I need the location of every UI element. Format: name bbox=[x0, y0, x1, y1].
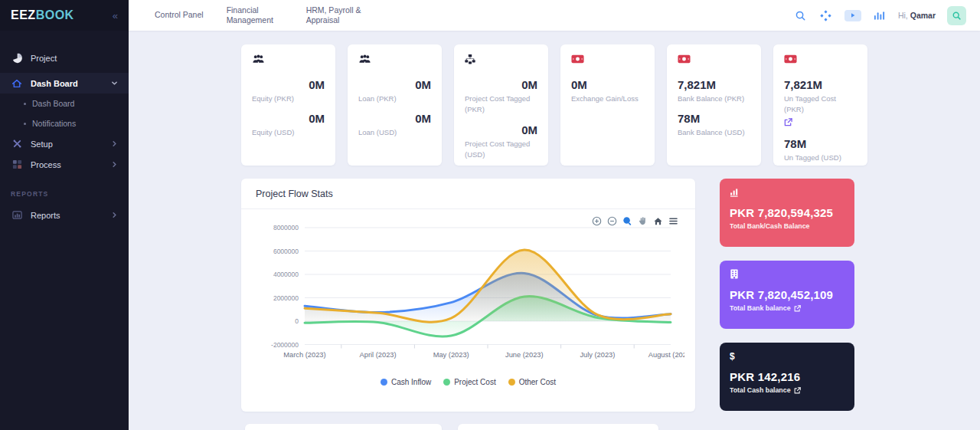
app-window: EEZBOOK « Project Dash Board bbox=[0, 0, 980, 430]
chevron-down-icon bbox=[111, 80, 118, 87]
summary-value: PKR 142,216 bbox=[730, 370, 844, 383]
selection-zoom-icon[interactable] bbox=[622, 216, 632, 226]
svg-text:July (2023): July (2023) bbox=[580, 351, 615, 359]
top-bar: Control Panel Financial Management HRM, … bbox=[129, 0, 980, 31]
metric-value: 78M bbox=[784, 137, 857, 150]
svg-text:-2000000: -2000000 bbox=[271, 341, 299, 349]
money-bill-icon bbox=[571, 54, 644, 66]
top-bar-actions: Hi,Qamar bbox=[794, 6, 966, 25]
metric-label: Loan (USD) bbox=[358, 127, 431, 138]
money-bill-icon bbox=[678, 54, 750, 66]
grid-squares-icon bbox=[11, 159, 23, 170]
metric: 0M Loan (PKR) bbox=[358, 78, 431, 104]
svg-text:0: 0 bbox=[295, 317, 299, 325]
external-link-icon[interactable] bbox=[794, 305, 801, 312]
legend-label: Other Cost bbox=[519, 378, 556, 386]
zoom-in-icon[interactable] bbox=[592, 216, 602, 226]
chart-legend: Cash InflowProject CostOther Cost bbox=[251, 378, 685, 386]
home-reset-icon[interactable] bbox=[653, 216, 663, 226]
apps-diamond-icon[interactable] bbox=[819, 8, 833, 22]
pan-hand-icon[interactable] bbox=[638, 216, 648, 226]
chart-body: 80000006000000400000020000000-2000000Mar… bbox=[241, 209, 695, 386]
svg-text:8000000: 8000000 bbox=[273, 224, 299, 231]
sidebar-item-process[interactable]: Process bbox=[0, 154, 129, 175]
sidebar-item-setup[interactable]: Setup bbox=[0, 133, 129, 154]
metric-label: Equity (USD) bbox=[252, 127, 325, 138]
metric: 0M Equity (PKR) bbox=[252, 78, 325, 104]
sidebar-item-reports[interactable]: Reports bbox=[0, 205, 129, 225]
sidebar-item-dashboard[interactable]: Dash Board bbox=[0, 73, 129, 94]
chevron-right-icon bbox=[111, 161, 118, 168]
home-icon bbox=[11, 78, 23, 89]
stat-card-bank-balance: 7,821M Bank Balance (PKR) 78M Bank Balan… bbox=[667, 44, 761, 166]
stat-card-untagged-cost: 7,821M Un Tagged Cost (PKR) 78M Un Tagge… bbox=[773, 44, 867, 166]
bullet-dot-icon bbox=[24, 123, 26, 125]
sidebar: EEZBOOK « Project Dash Board bbox=[0, 0, 129, 430]
sidebar-item-label: Process bbox=[31, 160, 61, 169]
users-icon bbox=[252, 54, 325, 66]
metric-label: Project Cost Tagged (USD) bbox=[465, 139, 537, 161]
legend-dot-icon bbox=[443, 379, 450, 386]
metric-value: 0M bbox=[571, 78, 644, 91]
metric: 0M Project Cost Tagged (PKR) bbox=[465, 78, 537, 116]
bank-building-icon bbox=[730, 269, 844, 280]
metric-value: 78M bbox=[678, 112, 750, 125]
summary-card-bank-cash: PKR 7,820,594,325 Total Bank/Cash Balanc… bbox=[720, 179, 854, 247]
stat-card-equity: 0M Equity (PKR) 0M Equity (USD) bbox=[241, 44, 335, 166]
menu-icon[interactable] bbox=[668, 216, 678, 226]
metric-value: 7,821M bbox=[784, 78, 857, 91]
money-bill-icon bbox=[784, 54, 857, 66]
sidebar-subitem-notifications[interactable]: Notifications bbox=[0, 113, 129, 133]
summary-label: Total Bank/Cash Balance bbox=[730, 222, 844, 230]
area-chart[interactable]: 80000006000000400000020000000-2000000Mar… bbox=[251, 214, 684, 376]
summary-label: Total Bank balance bbox=[730, 304, 844, 312]
tab-hrm-payroll[interactable]: HRM, Payroll & Appraisal bbox=[306, 5, 371, 25]
stats-bars-icon[interactable] bbox=[873, 8, 887, 22]
module-tabs: Control Panel Financial Management HRM, … bbox=[155, 5, 371, 25]
reports-section-label: REPORTS bbox=[0, 175, 129, 205]
pie-chart-icon bbox=[11, 53, 23, 64]
project-flow-stats-panel: Project Flow Stats 800000060000004000000… bbox=[241, 179, 695, 412]
metric: 78M Un Tagged (USD) bbox=[784, 137, 857, 163]
users-icon bbox=[358, 54, 431, 66]
legend-item[interactable]: Cash Inflow bbox=[381, 378, 431, 386]
svg-text:June (2023): June (2023) bbox=[505, 351, 544, 359]
tab-control-panel[interactable]: Control Panel bbox=[155, 10, 204, 20]
sidebar-item-label: Dash Board bbox=[31, 79, 78, 88]
sidebar-subitem-dashboard[interactable]: Dash Board bbox=[0, 94, 129, 113]
logo-bar: EEZBOOK « bbox=[0, 0, 129, 31]
summary-cards-column: PKR 7,820,594,325 Total Bank/Cash Balanc… bbox=[720, 179, 854, 412]
summary-value: PKR 7,820,594,325 bbox=[730, 206, 844, 219]
sidebar-item-project[interactable]: Project bbox=[0, 48, 129, 68]
legend-item[interactable]: Other Cost bbox=[508, 378, 556, 386]
metric-value: 0M bbox=[358, 112, 431, 125]
metric-label: Loan (PKR) bbox=[358, 94, 431, 104]
chart-column-icon bbox=[730, 187, 844, 198]
global-search-button[interactable] bbox=[947, 6, 966, 25]
tab-financial-management[interactable]: Financial Management bbox=[227, 5, 283, 25]
zoom-out-icon[interactable] bbox=[607, 216, 617, 226]
content-area: 0M Equity (PKR) 0M Equity (USD) bbox=[129, 31, 980, 430]
metric-label: Bank Balance (USD) bbox=[678, 127, 750, 138]
sidebar-collapse-icon[interactable]: « bbox=[113, 10, 118, 21]
stat-cards-row: 0M Equity (PKR) 0M Equity (USD) bbox=[241, 44, 867, 166]
summary-value: PKR 7,820,452,109 bbox=[730, 288, 844, 301]
stat-card-loan: 0M Loan (PKR) 0M Loan (USD) bbox=[348, 44, 442, 166]
bottom-cards-row bbox=[241, 424, 867, 430]
svg-text:4000000: 4000000 bbox=[273, 271, 299, 278]
metric: 0M Loan (USD) bbox=[358, 112, 431, 138]
panel-title: Project Flow Stats bbox=[241, 179, 695, 209]
legend-item[interactable]: Project Cost bbox=[443, 378, 495, 386]
sidebar-subitem-label: Dash Board bbox=[32, 99, 74, 108]
external-link-icon[interactable] bbox=[784, 118, 792, 126]
metric-label: Project Cost Tagged (PKR) bbox=[465, 94, 537, 116]
external-link-icon[interactable] bbox=[794, 387, 801, 394]
metric-label: Exchange Gain/Loss bbox=[571, 94, 644, 104]
summary-card-bank-balance: PKR 7,820,452,109 Total Bank balance bbox=[720, 261, 854, 329]
svg-text:April (2023): April (2023) bbox=[360, 351, 397, 359]
play-button-icon[interactable] bbox=[844, 10, 861, 21]
sidebar-nav: Project Dash Board Dash Board Notificati… bbox=[0, 31, 129, 225]
metric-value: 0M bbox=[252, 112, 325, 125]
summary-label: Total Cash balance bbox=[730, 386, 844, 394]
search-icon[interactable] bbox=[794, 8, 808, 22]
